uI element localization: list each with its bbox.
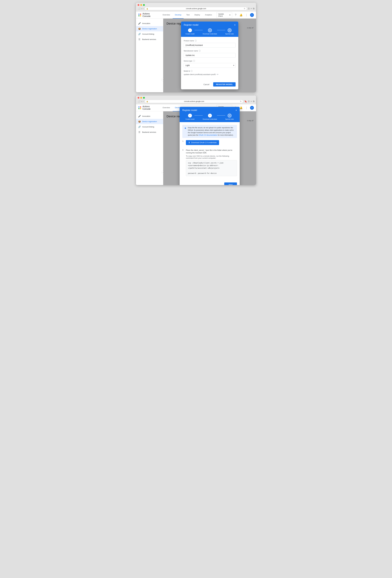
sidebar-item-device-registration-1[interactable]: 📦 Device registration — [136, 26, 163, 31]
refresh-icon-2[interactable]: ↻ — [240, 100, 242, 102]
device-type-select[interactable]: Light Switch Outlet — [184, 63, 236, 68]
product-name-help-icon[interactable]: ⓘ — [195, 40, 197, 42]
main-layout-1: 🎤 Invocation 📦 Device registration 🔗 Acc… — [136, 19, 256, 92]
cancel-button-1[interactable]: Cancel — [201, 82, 212, 87]
tab-icon[interactable]: ⬜ — [138, 7, 140, 10]
forward-icon[interactable]: › — [143, 7, 143, 10]
address-bar-2[interactable]: 🔒 console.actions.google.com ↻ — [145, 100, 243, 103]
device-type-help-icon[interactable]: ⓘ — [193, 60, 195, 62]
minimize-window-btn-2[interactable] — [140, 97, 142, 99]
oauth-link[interactable]: OAuth 2.0 documentation — [199, 134, 217, 136]
step2-desc: Place the client_secret_*.json file in t… — [186, 149, 237, 154]
notifications-icon-btn-2[interactable]: 🔔 — [239, 106, 243, 110]
sidebar-item-backend-services-1[interactable]: ☰ Backend services — [136, 37, 163, 42]
app-name-2: Actions Console — [143, 105, 158, 110]
sidebar-item-device-registration-2[interactable]: 📦 Device registration — [136, 119, 163, 124]
step-circle-3-1: 3 — [228, 28, 232, 32]
notifications-icon-btn-1[interactable]: 🔔 — [239, 13, 243, 17]
step-num-2: 2. — [182, 149, 185, 151]
add-tab-icon[interactable]: + — [250, 7, 252, 10]
more-icon-btn-1[interactable]: ⋮ — [245, 13, 248, 17]
user-avatar-1[interactable]: U — [250, 13, 254, 17]
sidebar-item-invocation-1[interactable]: 🎤 Invocation — [136, 21, 163, 26]
step-connector-2-2 — [217, 115, 225, 116]
model-id-help-icon[interactable]: ⓘ — [191, 70, 193, 72]
manufacturer-name-input[interactable] — [184, 53, 236, 58]
maximize-window-btn[interactable] — [143, 4, 145, 6]
modal-overlay-2[interactable]: Register model × ✓ Create model 2 — [163, 111, 256, 185]
lock-icon: 🔒 — [146, 8, 148, 9]
register-model-button-1[interactable]: REGISTER MODEL — [213, 82, 236, 87]
model-id-row: update-client-(unofficial)-assistant-ryn… — [184, 73, 236, 76]
model-id-edit-icon[interactable]: ✏ — [217, 73, 219, 76]
forward-icon-2[interactable]: › — [143, 100, 143, 102]
main-layout-2: 🎤 Invocation 📦 Device registration 🔗 Acc… — [136, 111, 256, 185]
stepper-2: ✓ Create model 2 Download credentials 3 — [182, 114, 237, 122]
copy-icon[interactable]: ⧉ — [253, 7, 254, 10]
share-icon[interactable]: ⎙ — [248, 7, 249, 10]
maximize-window-btn-2[interactable] — [143, 97, 145, 99]
link-icon-2: 🔗 — [138, 126, 141, 128]
dropdown-chevron-icon: ▾ — [229, 14, 230, 16]
help-icon-btn-1[interactable]: ? — [234, 13, 238, 17]
tab-overview-2[interactable]: Overview — [160, 104, 172, 111]
device-type-group: Device type ⓘ Light Switch Outlet ▾ — [184, 60, 236, 68]
dialog-close-btn-2[interactable]: × — [236, 109, 237, 111]
register-model-dialog-1: Register model × 1 Create model 2 — [181, 22, 238, 89]
sidebar-2: 🎤 Invocation 📦 Device registration 🔗 Acc… — [136, 111, 163, 185]
sidebar-item-backend-services-2[interactable]: ☰ Backend services — [136, 130, 163, 135]
tab-icon-2[interactable]: ⬜ — [138, 100, 140, 102]
close-window-btn-2[interactable] — [138, 97, 139, 99]
address-bar-1[interactable]: 🔒 console.actions.google.com ↻ — [145, 7, 247, 10]
step-content-2: Place the client_secret_*.json file in t… — [186, 149, 237, 176]
manufacturer-name-group: Manufacturer name ⓘ — [184, 50, 236, 58]
share-icon-2[interactable]: ⎙ — [248, 100, 249, 103]
user-avatar-2[interactable]: U — [250, 106, 254, 110]
next-button-2[interactable]: Next — [224, 183, 237, 185]
back-icon[interactable]: ‹ — [141, 7, 142, 10]
lock-icon-2: 🔒 — [146, 100, 148, 102]
tab-deploy-1[interactable]: Deploy — [192, 11, 202, 19]
minimize-window-btn[interactable] — [140, 4, 142, 6]
browser-chrome-1: ⬜ ‹ › 🔒 console.actions.google.com ↻ ⎙ +… — [136, 3, 256, 11]
step-label-3-2: Specify traits — [225, 118, 234, 120]
code-line-3 — [188, 169, 235, 172]
manufacturer-name-help-icon[interactable]: ⓘ — [199, 50, 201, 52]
stepper-1: 1 Create model 2 Download credentials 3 — [184, 28, 236, 37]
tab-test-1[interactable]: Test — [184, 11, 192, 19]
url-text-2: console.actions.google.com — [149, 100, 239, 102]
dialog-footer-2: Next — [180, 181, 240, 185]
close-window-btn[interactable] — [138, 4, 139, 6]
update-client-btn-1[interactable]: Update Client ▾ — [216, 12, 232, 18]
step-circle-1-1: 1 — [188, 28, 192, 32]
backend-icon-2: ☰ — [138, 131, 141, 134]
dialog-close-btn-1[interactable]: × — [234, 24, 236, 26]
step2-sub: To copy over SSH to a remote device, run… — [186, 155, 237, 159]
copy-icon-2[interactable]: ⧉ — [253, 100, 254, 103]
refresh-icon[interactable]: ↻ — [244, 8, 245, 9]
bookmark-icon[interactable]: 🔖 — [244, 100, 247, 103]
sidebar-item-invocation-2[interactable]: 🎤 Invocation — [136, 113, 163, 119]
dialog-title-1: Register model — [184, 24, 198, 26]
browser-window-2: ⬜ ‹ › 🔒 console.actions.google.com ↻ 🔖 ⎙… — [136, 96, 256, 185]
sidebar-item-account-linking-1[interactable]: 🔗 Account linking — [136, 31, 163, 37]
info-box-2: ★ Keep this file secure, do not upload i… — [182, 125, 237, 138]
more-icon-btn-2[interactable]: ⋮ — [245, 106, 248, 110]
add-tab-icon-2[interactable]: + — [250, 100, 252, 103]
code-line-1: scp ~/Downloads/client_secret_*.json <us… — [188, 162, 235, 167]
content-area-1: Device registration o any of Register mo… — [163, 19, 256, 92]
download-credentials-btn[interactable]: ⬇ Download OAuth 2.0 credentials — [186, 140, 219, 145]
step-label-2-2: Download credentials — [203, 118, 217, 120]
product-name-input[interactable] — [184, 43, 236, 48]
tab-overview-1[interactable]: Overview — [160, 11, 172, 19]
modal-overlay-1[interactable]: Register model × 1 Create model 2 — [163, 19, 256, 92]
tab-analytics-1[interactable]: Analytics — [203, 11, 214, 19]
product-name-group: Product name ⓘ — [184, 40, 236, 48]
browser-toolbar-2: ⬜ ‹ › 🔒 console.actions.google.com ↻ 🔖 ⎙… — [138, 100, 254, 103]
google-logo — [138, 13, 142, 17]
step-label-1-1: Create model — [186, 33, 195, 35]
nav-icons-1: ⬜ ‹ › — [138, 7, 144, 10]
back-icon-2[interactable]: ‹ — [141, 100, 142, 102]
sidebar-item-account-linking-2[interactable]: 🔗 Account linking — [136, 124, 163, 130]
tab-develop-1[interactable]: Develop — [173, 11, 184, 19]
